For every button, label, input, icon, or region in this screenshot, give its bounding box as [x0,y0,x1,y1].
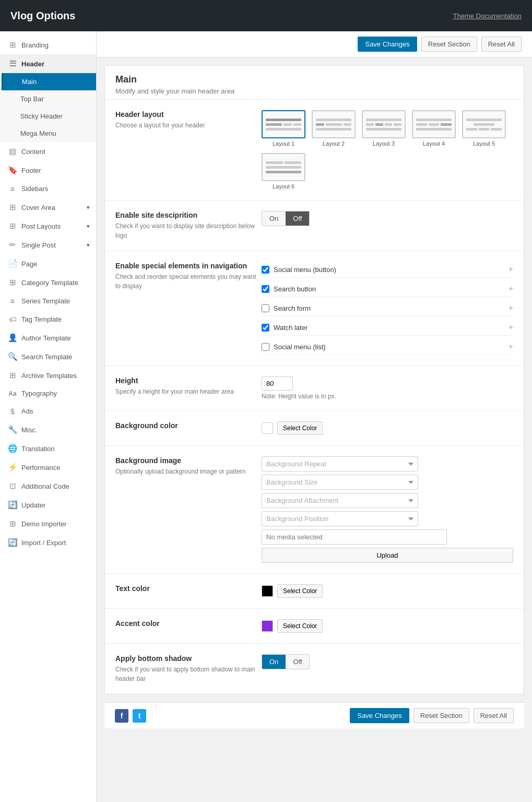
sidebar-item-cover-area[interactable]: ⊞ Cover Area [0,198,96,217]
bottom-shadow-off-button[interactable]: Off [286,655,309,669]
sidebar-item-demo-importer[interactable]: ⊞ Demo Importer [0,514,96,533]
social-menu-button-checkbox[interactable] [262,266,269,274]
sidebar-item-sidebars[interactable]: ≡ Sidebars [0,180,96,198]
save-changes-button[interactable]: Save Changes [358,37,417,52]
social-menu-list-plus[interactable]: + [509,342,513,351]
series-template-icon: ≡ [8,297,17,305]
sidebar-item-page[interactable]: 📄 Page [0,254,96,273]
height-input[interactable] [262,376,293,391]
sidebar-item-translation[interactable]: 🌐 Translation [0,439,96,458]
sidebar-item-branding[interactable]: ⊞ Branding [0,36,96,54]
background-position-select[interactable]: Background Position [262,511,418,526]
sidebar-item-tag-template[interactable]: 🏷 Tag Template [0,310,96,328]
facebook-icon[interactable]: f [115,709,128,723]
sidebar-item-label: Cover Area [21,204,55,211]
text-color-select-button[interactable]: Select Color [277,584,323,598]
sidebar-item-header[interactable]: ☰ Header [0,54,96,73]
layout-6-thumb[interactable]: Layout 6 [262,153,305,190]
search-form-plus[interactable]: + [509,303,513,313]
background-size-select[interactable]: Background Size [262,475,418,490]
background-attachment-select[interactable]: Background Attachment [262,493,418,508]
sub-item-top-bar[interactable]: Top Bar [2,90,96,108]
site-desc-off-button[interactable]: Off [286,211,309,226]
sidebar-item-updater[interactable]: 🔄 Updater [0,496,96,514]
layout-3-thumb[interactable]: Layout 3 [362,110,406,147]
sidebar-item-label: Branding [21,41,49,49]
search-button-label: Search button [274,285,316,293]
footer-icon: 🔖 [8,166,17,175]
upload-button[interactable]: Upload [262,548,513,563]
layout-2-label: Layout 2 [323,140,345,147]
header-icon: ☰ [8,59,17,68]
search-template-icon: 🔍 [8,352,17,361]
site-desc-on-button[interactable]: On [262,211,286,226]
sidebar-item-ads[interactable]: $ Ads [0,402,96,420]
watch-later-checkbox[interactable] [262,324,269,332]
layout-5-thumb[interactable]: Layout 5 [462,110,506,147]
header-layout-row: Header layout Choose a layout for your h… [105,100,524,200]
sidebar-item-misc[interactable]: 🔧 Misc. [0,420,96,439]
performance-icon: ⚡ [8,463,17,472]
header-layout-control: Layout 1 [262,110,513,190]
sidebar-item-post-layouts[interactable]: ⊞ Post Layouts [0,217,96,235]
sidebar-item-label: Typography [21,390,57,397]
sidebar-item-additional-code[interactable]: ⊡ Additional Code [0,477,96,496]
background-repeat-select[interactable]: Background Repeat [262,456,418,471]
sidebar-item-category-template[interactable]: ⊞ Category Template [0,273,96,292]
footer-social: f t [115,709,146,723]
sidebar-item-footer[interactable]: 🔖 Footer [0,161,96,180]
accent-color-select-button[interactable]: Select Color [277,619,323,633]
sidebar-item-single-post[interactable]: ✏ Single Post [0,235,96,254]
social-menu-list-checkbox[interactable] [262,343,269,351]
accent-color-swatch[interactable] [262,620,273,632]
search-form-label: Search form [274,304,311,312]
sidebar-item-series-template[interactable]: ≡ Series Template [0,292,96,310]
sidebar-item-performance[interactable]: ⚡ Performance [0,458,96,477]
sidebar-item-archive-templates[interactable]: ⊞ Archive Templates [0,366,96,385]
sidebar-item-label: Series Template [21,297,70,305]
site-description-label: Enable site desciprition Check if you wa… [115,211,262,240]
sidebar-item-import-export[interactable]: 🔄 Import / Export [0,533,96,552]
content-icon: ▤ [8,147,17,156]
tag-template-icon: 🏷 [8,315,17,324]
demo-importer-icon: ⊞ [8,519,17,528]
sidebar-item-label: Updater [21,501,45,509]
bottom-shadow-on-button[interactable]: On [262,655,286,669]
sidebar-item-content[interactable]: ▤ Content [0,142,96,161]
footer-reset-all-button[interactable]: Reset All [474,708,514,723]
watch-later-label: Watch later [274,324,308,332]
sub-item-sticky-header[interactable]: Sticky Header [2,108,96,125]
layout-1-thumb[interactable]: Layout 1 [262,110,305,147]
theme-doc-link[interactable]: Theme Documentation [453,12,522,20]
sidebar-item-author-template[interactable]: 👤 Author Template [0,328,96,347]
sub-item-main[interactable]: Main [2,73,96,90]
layout-1-label: Layout 1 [273,140,294,147]
background-color-select-button[interactable]: Select Color [277,421,323,435]
footer-save-button[interactable]: Save Changes [350,708,409,723]
reset-section-button[interactable]: Reset Section [421,37,477,52]
sidebar-item-label: Demo Importer [21,520,67,528]
background-color-swatch[interactable] [262,422,273,434]
sub-item-mega-menu[interactable]: Mega Menu [2,125,96,142]
search-button-plus[interactable]: + [509,284,513,293]
sub-item-label: Sticky Header [20,112,63,120]
twitter-icon[interactable]: t [133,709,146,723]
sidebar-item-label: Page [21,260,37,268]
footer-reset-section-button[interactable]: Reset Section [413,708,469,723]
layout-2-thumb[interactable]: Layout 2 [312,110,356,147]
sidebar-item-label: Archive Templates [21,372,77,380]
layout-6-label: Layout 6 [273,183,294,190]
social-menu-button-label: Social menu (button) [274,266,336,274]
search-form-checkbox[interactable] [262,304,269,312]
watch-later-plus[interactable]: + [509,323,513,332]
search-button-checkbox[interactable] [262,285,269,293]
sidebar-item-search-template[interactable]: 🔍 Search Template [0,347,96,366]
social-menu-button-plus[interactable]: + [509,265,513,274]
sidebar-item-typography[interactable]: Aa Typography [0,385,96,402]
branding-icon: ⊞ [8,40,17,50]
nav-item-social-menu-list: Social menu (list) + [262,339,513,355]
text-color-swatch[interactable] [262,585,273,597]
site-description-control: On Off [262,211,513,226]
reset-all-button[interactable]: Reset All [481,37,522,52]
layout-4-thumb[interactable]: Layout 4 [412,110,456,147]
